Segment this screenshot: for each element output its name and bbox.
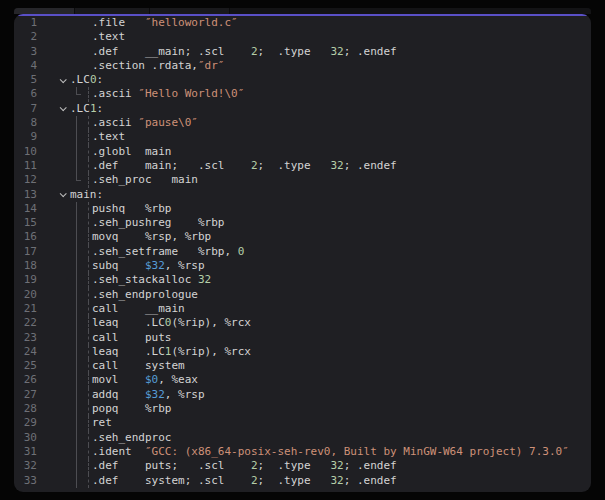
code-area[interactable]: pushq %rbp (68, 202, 591, 216)
fold-column (40, 373, 68, 387)
token-p: .seh_endproc (92, 431, 171, 444)
code-text: .def puts; .scl 2; .type 32; .endef (70, 459, 397, 473)
fold-column (40, 130, 68, 144)
code-line: 18subq $32, %rsp (14, 259, 591, 273)
code-area[interactable]: .seh_setframe %rbp, 0 (68, 245, 591, 259)
fold-column (40, 188, 68, 202)
code-area[interactable]: .text (68, 30, 591, 44)
code-area[interactable]: main: (68, 188, 591, 202)
token-p: : (97, 102, 104, 115)
line-number: 5 (14, 73, 40, 87)
code-text: .seh_proc main (70, 173, 198, 187)
token-p: .ascii (92, 87, 138, 100)
code-area[interactable]: popq %rbp (68, 402, 591, 416)
code-area[interactable]: .ascii ″pause\0″ (68, 116, 591, 130)
code-area[interactable]: .seh_proc main (68, 173, 591, 187)
token-p: .seh_pushreg %rbp (92, 216, 224, 229)
token-p: ; .endef (344, 459, 397, 472)
fold-column (40, 302, 68, 316)
token-p: .LC (70, 102, 90, 115)
token-p: subq (92, 259, 145, 272)
code-area[interactable]: subq $32, %rsp (68, 259, 591, 273)
code-area[interactable]: call system (68, 359, 591, 373)
token-p: .def system; .scl (92, 474, 251, 487)
fold-column (40, 288, 68, 302)
code-line: 31.ident ″GCC: (x86_64-posix-seh-rev0, B… (14, 445, 591, 459)
code-line: 28popq %rbp (14, 402, 591, 416)
chevron-down-icon[interactable] (60, 76, 67, 83)
code-area[interactable]: call puts (68, 331, 591, 345)
code-line: 26movl $0, %eax (14, 373, 591, 387)
code-text: .ascii ″Hello World!\0″ (70, 87, 244, 101)
fold-column (40, 316, 68, 330)
code-area[interactable]: leaq .LC1(%rip), %rcx (68, 345, 591, 359)
token-n: 2 (251, 45, 258, 58)
chevron-down-icon[interactable] (60, 190, 67, 197)
code-text: pushq %rbp (70, 202, 171, 216)
line-number: 7 (14, 102, 40, 116)
code-text: .file ″helloworld.c″ (70, 16, 238, 30)
line-number: 8 (14, 116, 40, 130)
chevron-down-icon[interactable] (60, 105, 67, 112)
token-p: .section .rdata, (92, 59, 198, 72)
fold-column (40, 173, 68, 187)
code-text: .seh_pushreg %rbp (70, 216, 224, 230)
code-area[interactable]: .def main; .scl 2; .type 32; .endef (68, 159, 591, 173)
fold-column (40, 445, 68, 459)
code-line: 25call system (14, 359, 591, 373)
code-line: 20.seh_endprologue (14, 288, 591, 302)
line-number: 1 (14, 16, 40, 30)
fold-column (40, 59, 68, 73)
code-text: .seh_endproc (70, 431, 171, 445)
token-s: ″pause\0″ (138, 116, 198, 129)
fold-column (40, 388, 68, 402)
code-area[interactable]: .ascii ″Hello World!\0″ (68, 87, 591, 101)
line-number: 18 (14, 259, 40, 273)
code-area[interactable]: .section .rdata,″dr″ (68, 59, 591, 73)
code-area[interactable]: .text (68, 130, 591, 144)
code-text: .section .rdata,″dr″ (70, 59, 224, 73)
line-number: 21 (14, 302, 40, 316)
code-area[interactable]: .def system; .scl 2; .type 32; .endef (68, 474, 591, 488)
line-number: 33 (14, 474, 40, 488)
code-area[interactable]: leaq .LC0(%rip), %rcx (68, 316, 591, 330)
code-text: popq %rbp (70, 402, 171, 416)
token-n: 1 (90, 102, 97, 115)
token-p: .seh_setframe %rbp, (92, 245, 238, 258)
fold-column (40, 259, 68, 273)
code-area[interactable]: addq $32, %rsp (68, 388, 591, 402)
code-editor[interactable]: 1.file ″helloworld.c″2.text3.def __main;… (14, 16, 591, 492)
token-i: $32 (145, 259, 165, 272)
code-area[interactable]: .file ″helloworld.c″ (68, 16, 591, 30)
code-area[interactable]: .ident ″GCC: (x86_64-posix-seh-rev0, Bui… (68, 445, 591, 459)
code-area[interactable]: .LC0: (68, 73, 591, 87)
line-number: 14 (14, 202, 40, 216)
token-p: ; .type (258, 459, 331, 472)
token-n: 32 (330, 474, 343, 487)
code-area[interactable]: ret (68, 416, 591, 430)
token-n: 0 (90, 73, 97, 86)
code-area[interactable]: .seh_endproc (68, 431, 591, 445)
code-line: 13main: (14, 188, 591, 202)
token-s: ″dr″ (198, 59, 225, 72)
code-area[interactable]: .seh_stackalloc 32 (68, 273, 591, 287)
code-area[interactable]: .LC1: (68, 102, 591, 116)
code-area[interactable]: .globl main (68, 145, 591, 159)
line-number: 3 (14, 45, 40, 59)
token-p: .text (92, 130, 125, 143)
code-area[interactable]: .seh_endprologue (68, 288, 591, 302)
code-area[interactable]: movl $0, %eax (68, 373, 591, 387)
code-area[interactable]: .seh_pushreg %rbp (68, 216, 591, 230)
token-p: movq %rsp, %rbp (92, 230, 211, 243)
line-number: 32 (14, 459, 40, 473)
line-number: 10 (14, 145, 40, 159)
code-text: .seh_stackalloc 32 (70, 273, 211, 287)
code-area[interactable]: .def __main; .scl 2; .type 32; .endef (68, 45, 591, 59)
line-number: 17 (14, 245, 40, 259)
fold-column (40, 73, 68, 87)
line-number: 9 (14, 130, 40, 144)
code-area[interactable]: movq %rsp, %rbp (68, 230, 591, 244)
code-area[interactable]: call __main (68, 302, 591, 316)
token-n: 32 (330, 459, 343, 472)
code-area[interactable]: .def puts; .scl 2; .type 32; .endef (68, 459, 591, 473)
